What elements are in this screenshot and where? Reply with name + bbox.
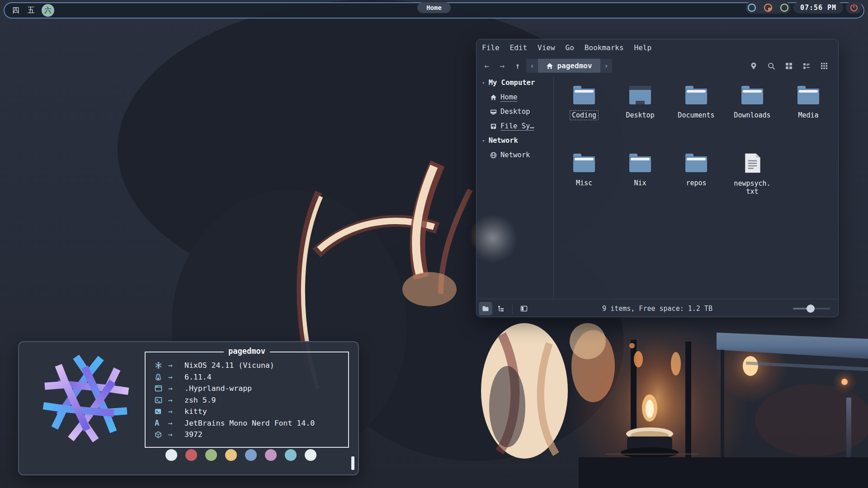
arrow-icon: →	[168, 361, 184, 370]
tray-circle-green-icon[interactable]	[779, 3, 789, 13]
file-grid: Coding Desktop Documents Downloads Media…	[556, 83, 836, 227]
fetch-value: zsh 5.9	[184, 396, 216, 404]
search-icon[interactable]	[767, 62, 775, 70]
terminal-color-palette	[165, 449, 316, 461]
palette-dot-3	[225, 449, 237, 461]
file-manager-window: File Edit View Go Bookmarks Help ← → ↑ ‹…	[476, 39, 839, 317]
back-button[interactable]: ←	[479, 59, 495, 72]
arrow-icon: →	[168, 419, 184, 427]
sidebar-item-desktop[interactable]: Desktop	[476, 104, 553, 119]
sidebar-section-my-computer[interactable]: ▾ My Computer	[476, 75, 553, 90]
menu-edit[interactable]: Edit	[510, 43, 528, 52]
terminal-window: pagedmov → NixOS 24.11 (Vicuna) → 6.11.4…	[18, 341, 359, 475]
power-icon	[849, 3, 859, 12]
palette-dot-6	[285, 449, 297, 461]
tray-circle-blue-icon[interactable]	[747, 3, 757, 13]
window-icon	[155, 385, 162, 392]
shell-icon	[155, 396, 162, 404]
compact-view-icon[interactable]	[820, 62, 828, 70]
arrow-icon: →	[168, 373, 184, 381]
icon-size-slider[interactable]	[793, 308, 830, 310]
workspace-5[interactable]: 五	[26, 6, 36, 15]
folder-icon	[572, 84, 596, 106]
arrow-icon: →	[168, 396, 184, 404]
status-bar: 9 items, Free space: 1.2 TB	[476, 299, 838, 317]
folder-icon	[628, 152, 652, 174]
folder-icon	[572, 152, 596, 174]
breadcrumb-home-tab[interactable]: pagedmov	[538, 59, 600, 73]
file-label: Documents	[675, 110, 717, 120]
icon-view-icon[interactable]	[785, 62, 793, 70]
file-item-repos[interactable]: repos	[668, 150, 724, 217]
path-scroll-left[interactable]: ‹	[526, 62, 538, 70]
menu-help[interactable]: Help	[634, 43, 652, 52]
collapse-icon: ▾	[482, 138, 485, 144]
palette-dot-7	[305, 449, 316, 461]
file-item-nix[interactable]: Nix	[612, 150, 668, 217]
fetch-value: NixOS 24.11 (Vicuna)	[184, 361, 274, 370]
fetch-value: 3972	[184, 430, 203, 439]
forward-button[interactable]: →	[495, 59, 510, 72]
location-pin-icon[interactable]	[750, 62, 758, 70]
filesystem-icon	[490, 123, 497, 130]
workspace-switcher: 四 五 六	[5, 4, 54, 17]
file-item-media[interactable]: Media	[780, 83, 836, 150]
file-item-misc[interactable]: Misc	[556, 150, 612, 217]
file-label: Nix	[632, 178, 648, 188]
fetch-value: kitty	[184, 407, 207, 416]
file-item-newpsych-txt[interactable]: newpsych.txt	[724, 150, 780, 217]
fetch-value: .Hyprland-wrapp	[184, 384, 252, 393]
menu-go[interactable]: Go	[566, 43, 574, 52]
file-label: newpsych.txt	[731, 178, 773, 197]
places-sidebar: ▾ My Computer Home Desktop File Sy… ▾ Ne…	[476, 75, 553, 299]
file-label: Desktop	[623, 110, 656, 120]
menu-file[interactable]: File	[482, 43, 500, 52]
font-icon: A	[155, 418, 159, 427]
arrow-icon: →	[168, 384, 184, 393]
power-button[interactable]	[846, 2, 862, 14]
sidebar-section-network[interactable]: ▾ Network	[476, 133, 553, 148]
file-item-downloads[interactable]: Downloads	[724, 83, 780, 150]
file-item-coding[interactable]: Coding	[556, 83, 612, 150]
up-button[interactable]: ↑	[510, 59, 525, 72]
menu-view[interactable]: View	[538, 43, 555, 52]
section-title: My Computer	[489, 79, 535, 87]
globe-icon	[490, 152, 497, 159]
arrow-icon: →	[168, 430, 184, 439]
sidebar-item-filesystem[interactable]: File Sy…	[476, 119, 553, 133]
folder-icon	[740, 84, 764, 106]
fetch-row-kernel: → 6.11.4	[155, 371, 348, 383]
workspace-6-active[interactable]: 六	[42, 4, 54, 17]
sidebar-item-home[interactable]: Home	[476, 90, 553, 104]
forward-arrow-icon: →	[500, 61, 505, 70]
workspace-4[interactable]: 四	[11, 6, 21, 15]
file-label: Misc	[574, 178, 594, 188]
palette-dot-0	[165, 449, 177, 461]
package-icon	[155, 431, 162, 438]
fastfetch-panel: pagedmov → NixOS 24.11 (Vicuna) → 6.11.4…	[145, 352, 349, 448]
toolbar-right-icons	[750, 59, 828, 73]
folder-icon	[684, 152, 708, 174]
fetch-row-font: A → JetBrains Mono Nerd Font 14.0	[155, 418, 348, 429]
path-scroll-right[interactable]: ›	[600, 62, 612, 70]
up-arrow-icon: ↑	[515, 61, 520, 70]
sidebar-item-label: Desktop	[500, 108, 530, 116]
arrow-icon: →	[168, 407, 184, 416]
terminal-icon	[155, 408, 161, 415]
menu-bookmarks[interactable]: Bookmarks	[585, 43, 624, 52]
text-file-icon	[741, 152, 764, 174]
home-icon	[490, 94, 497, 101]
desktop-icon	[490, 108, 497, 115]
list-view-icon[interactable]	[802, 62, 811, 70]
system-tray	[745, 2, 791, 14]
file-label: Downloads	[731, 110, 773, 120]
slider-handle[interactable]	[807, 305, 815, 313]
file-item-documents[interactable]: Documents	[668, 83, 724, 150]
fetch-row-os: → NixOS 24.11 (Vicuna)	[155, 360, 348, 371]
path-bar: ‹ pagedmov ›	[526, 59, 612, 73]
file-item-desktop[interactable]: Desktop	[612, 83, 668, 150]
file-label: Media	[796, 110, 821, 120]
sidebar-item-network[interactable]: Network	[476, 148, 553, 162]
file-label: Coding	[570, 110, 599, 120]
tray-circle-orange-icon[interactable]	[763, 3, 773, 13]
